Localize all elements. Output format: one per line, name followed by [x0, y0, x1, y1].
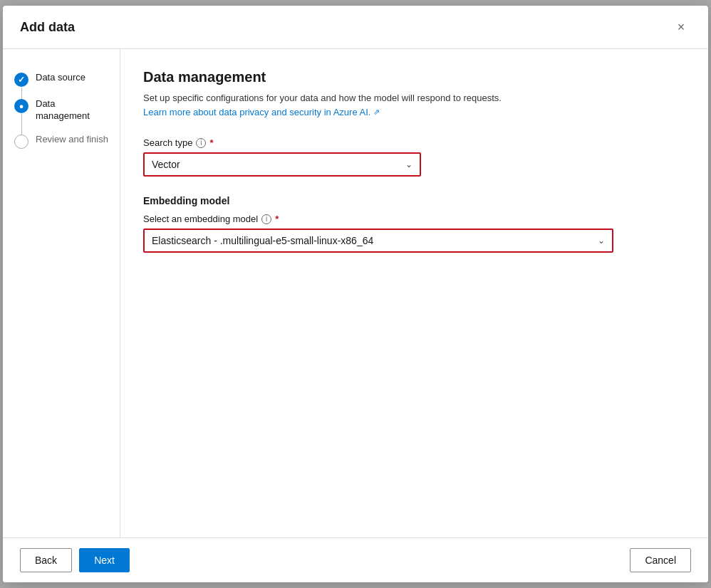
embedding-model-info-icon[interactable]: i: [261, 214, 271, 224]
embedding-model-label: Select an embedding model i *: [143, 214, 685, 224]
sidebar: ✓ Data source ● Data management Rev: [3, 49, 120, 537]
step-dot: ●: [19, 102, 24, 110]
next-button[interactable]: Next: [79, 548, 130, 572]
search-type-select[interactable]: Vector Keyword Hybrid: [145, 154, 420, 175]
page-title: Data management: [143, 69, 685, 85]
search-type-dropdown-wrapper: Vector Keyword Hybrid ⌄: [143, 152, 421, 177]
step-circle-review-finish: [14, 135, 28, 149]
add-data-modal: Add data × ✓ Data source ● Data: [3, 6, 708, 582]
embedding-model-select[interactable]: Elasticsearch - .multilingual-e5-small-l…: [145, 230, 612, 251]
step-label-review-finish: Review and finish: [36, 134, 108, 146]
back-button[interactable]: Back: [20, 548, 72, 572]
learn-more-link[interactable]: Learn more about data privacy and securi…: [143, 107, 380, 117]
modal-body: ✓ Data source ● Data management Rev: [3, 49, 708, 537]
modal-title: Add data: [20, 20, 75, 35]
learn-more-text: Learn more about data privacy and securi…: [143, 107, 370, 117]
step-circle-data-source: ✓: [14, 73, 28, 87]
cancel-button[interactable]: Cancel: [630, 548, 691, 572]
footer-left: Back Next: [20, 548, 130, 572]
main-content: Data management Set up specific configur…: [120, 49, 708, 537]
step-circle-data-management: ●: [14, 99, 28, 113]
step-label-data-source: Data source: [36, 72, 85, 84]
close-button[interactable]: ×: [671, 17, 691, 37]
external-link-icon: ⇗: [373, 107, 380, 117]
step-label-data-management: Data management: [36, 98, 108, 122]
step-review-finish[interactable]: Review and finish: [14, 128, 108, 154]
search-type-info-icon[interactable]: i: [196, 138, 206, 148]
description-text: Set up specific configurations for your …: [143, 93, 685, 103]
embedding-section-title: Embedding model: [143, 195, 685, 206]
checkmark-icon: ✓: [18, 75, 25, 85]
step-data-management[interactable]: ● Data management: [14, 93, 108, 128]
modal-header: Add data ×: [3, 6, 708, 49]
embedding-model-dropdown-wrapper: Elasticsearch - .multilingual-e5-small-l…: [143, 229, 613, 253]
search-type-label: Search type i *: [143, 137, 685, 148]
search-type-section: Search type i * Vector Keyword Hybrid ⌄: [143, 137, 685, 177]
step-data-source[interactable]: ✓ Data source: [14, 66, 108, 93]
modal-footer: Back Next Cancel: [3, 537, 708, 582]
embedding-section: Embedding model Select an embedding mode…: [143, 195, 685, 253]
